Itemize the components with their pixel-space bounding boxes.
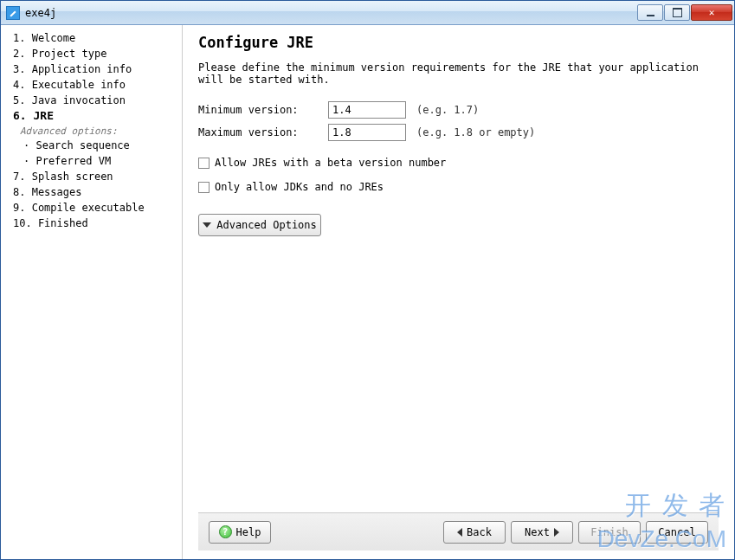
sidebar-item-splash-screen[interactable]: 7. Splash screen <box>1 169 182 184</box>
titlebar[interactable]: exe4j <box>1 1 734 25</box>
next-label: Next <box>525 526 550 538</box>
advanced-options-label: Advanced Options <box>216 219 317 231</box>
help-icon: ? <box>219 525 232 538</box>
sidebar-item-finished[interactable]: 10. Finished <box>1 216 182 231</box>
sidebar-item-jre[interactable]: 6. JRE <box>1 108 182 124</box>
max-version-label: Maximum version: <box>198 126 328 138</box>
maximize-button[interactable] <box>664 4 690 21</box>
next-button[interactable]: Next <box>511 521 573 544</box>
page-title: Configure JRE <box>198 34 719 51</box>
allow-beta-label: Allow JREs with a beta version number <box>215 157 446 169</box>
max-version-input[interactable] <box>328 124 406 141</box>
close-button[interactable] <box>691 4 732 21</box>
sidebar-item-project-type[interactable]: 2. Project type <box>1 46 182 61</box>
advanced-options-button[interactable]: Advanced Options <box>198 214 321 236</box>
sidebar-item-compile-executable[interactable]: 9. Compile executable <box>1 200 182 216</box>
sidebar-advanced-label: Advanced options: <box>1 124 182 138</box>
sidebar-sub-search-sequence[interactable]: · Search sequence <box>1 138 182 153</box>
sidebar-sub-preferred-vm[interactable]: · Preferred VM <box>1 153 182 169</box>
wizard-sidebar: 1. Welcome 2. Project type 3. Applicatio… <box>1 25 183 559</box>
cancel-button[interactable]: Cancel <box>646 521 708 544</box>
allow-beta-checkbox[interactable] <box>198 158 210 169</box>
arrow-right-icon <box>554 528 559 537</box>
minimize-button[interactable] <box>637 4 663 21</box>
help-label: Help <box>236 526 261 538</box>
sidebar-item-welcome[interactable]: 1. Welcome <box>1 30 182 46</box>
min-version-label: Minimum version: <box>198 104 328 116</box>
finish-button[interactable]: Finish <box>578 521 641 544</box>
max-version-hint: (e.g. 1.8 or empty) <box>416 126 535 138</box>
allow-beta-row: Allow JREs with a beta version number <box>198 157 719 169</box>
max-version-row: Maximum version: (e.g. 1.8 or empty) <box>198 124 719 141</box>
only-jdk-row: Only allow JDKs and no JREs <box>198 181 719 193</box>
app-icon <box>6 6 20 20</box>
arrow-left-icon <box>457 528 462 537</box>
only-jdk-label: Only allow JDKs and no JREs <box>215 181 384 193</box>
app-window: exe4j 1. Welcome 2. Project type 3. Appl… <box>0 0 735 560</box>
main-panel: Configure JRE Please define the minimum … <box>183 25 734 559</box>
min-version-hint: (e.g. 1.7) <box>416 104 479 116</box>
page-description: Please define the minimum version requir… <box>198 61 719 86</box>
cancel-label: Cancel <box>658 526 695 538</box>
help-button[interactable]: ? Help <box>209 521 271 544</box>
sidebar-item-java-invocation[interactable]: 5. Java invocation <box>1 93 182 108</box>
triangle-down-icon <box>203 222 211 228</box>
back-label: Back <box>467 526 492 538</box>
bottom-bar: ? Help Back Next Finish Cancel <box>198 512 719 550</box>
back-button[interactable]: Back <box>443 521 506 544</box>
min-version-input[interactable] <box>328 101 406 119</box>
window-title: exe4j <box>25 7 636 19</box>
window-controls <box>636 4 732 21</box>
sidebar-item-application-info[interactable]: 3. Application info <box>1 61 182 77</box>
only-jdk-checkbox[interactable] <box>198 182 210 193</box>
sidebar-item-messages[interactable]: 8. Messages <box>1 184 182 200</box>
sidebar-item-executable-info[interactable]: 4. Executable info <box>1 77 182 93</box>
body-area: 1. Welcome 2. Project type 3. Applicatio… <box>1 25 734 559</box>
finish-label: Finish <box>590 526 628 538</box>
min-version-row: Minimum version: (e.g. 1.7) <box>198 101 719 119</box>
